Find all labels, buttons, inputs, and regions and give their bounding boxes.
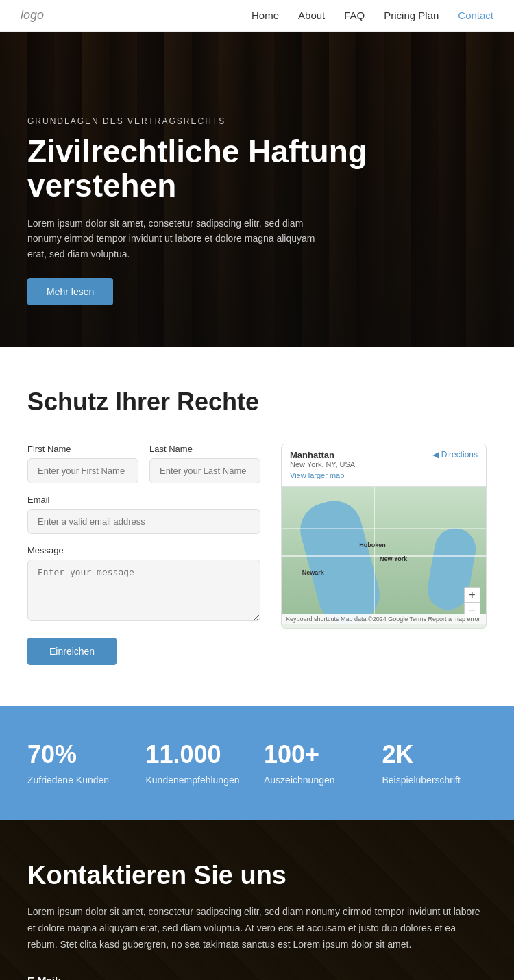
map-header: Manhattan New York, NY, USA View larger … xyxy=(282,444,486,487)
email-group: Email xyxy=(27,494,260,534)
navigation: logo Home About FAQ Pricing Plan Contact xyxy=(0,0,514,32)
message-group: Message xyxy=(27,545,260,621)
map-visual: Newark New York Hoboken + − Keyboard sho… xyxy=(282,487,486,624)
last-name-group: Last Name xyxy=(149,444,260,483)
map-label-hoboken: Hoboken xyxy=(359,542,386,549)
email-row: Email xyxy=(27,494,260,534)
last-name-input[interactable] xyxy=(149,458,260,483)
contact-form-section: Schutz Ihrer Rechte First Name Last Name… xyxy=(0,347,514,706)
hero-content: GRUNDLAGEN DES VERTRAGSRECHTS Zivilrecht… xyxy=(0,116,514,305)
hero-cta-button[interactable]: Mehr lesen xyxy=(27,278,113,305)
first-name-label: First Name xyxy=(27,444,138,454)
hero-subtitle: GRUNDLAGEN DES VERTRAGSRECHTS xyxy=(27,116,487,126)
stat-item-2: 11.000 Kundenempfehlungen xyxy=(146,740,251,786)
contact-section-heading: Schutz Ihrer Rechte xyxy=(27,388,487,416)
navigation-icon: ◀ xyxy=(432,450,439,460)
contact-body: First Name Last Name Email Message xyxy=(27,444,487,665)
stat-number-1: 70% xyxy=(27,740,132,769)
last-name-label: Last Name xyxy=(149,444,260,454)
contact-form: First Name Last Name Email Message xyxy=(27,444,260,665)
email-input[interactable] xyxy=(27,509,260,534)
contact-info-title: Kontaktieren Sie uns xyxy=(27,861,487,890)
map-zoom-in-button[interactable]: + xyxy=(465,588,480,603)
email-label: Email xyxy=(27,494,260,505)
message-label: Message xyxy=(27,545,260,555)
map-road-4 xyxy=(415,487,415,624)
contact-info-section: Kontaktieren Sie uns Lorem ipsum dolor s… xyxy=(0,820,514,980)
stat-number-4: 2K xyxy=(382,740,487,769)
stat-label-4: Beispielüberschrift xyxy=(382,775,487,786)
nav-links: Home About FAQ Pricing Plan Contact xyxy=(252,10,493,21)
map-title: Manhattan xyxy=(290,450,355,460)
form-name-row: First Name Last Name xyxy=(27,444,260,483)
hero-title: Zivilrechtliche Haftung verstehen xyxy=(27,134,487,203)
map-road-3 xyxy=(282,528,486,529)
first-name-group: First Name xyxy=(27,444,138,483)
hero-section: GRUNDLAGEN DES VERTRAGSRECHTS Zivilrecht… xyxy=(0,32,514,347)
stat-label-1: Zufriedene Kunden xyxy=(27,775,132,786)
map-directions-button[interactable]: ◀ Directions xyxy=(432,450,478,460)
message-input[interactable] xyxy=(27,560,260,621)
nav-faq[interactable]: FAQ xyxy=(344,10,365,21)
map-label-newark: Newark xyxy=(302,569,324,576)
map-subtitle: New York, NY, USA xyxy=(290,460,355,468)
first-name-input[interactable] xyxy=(27,458,138,483)
stat-label-3: Auszeichnungen xyxy=(264,775,369,786)
hero-description: Lorem ipsum dolor sit amet, consetetur s… xyxy=(27,216,315,262)
nav-pricing[interactable]: Pricing Plan xyxy=(384,10,439,21)
map-footer: Keyboard shortcuts Map data ©2024 Google… xyxy=(282,614,486,624)
stat-item-3: 100+ Auszeichnungen xyxy=(264,740,369,786)
stat-number-2: 11.000 xyxy=(146,740,251,769)
contact-info-description: Lorem ipsum dolor sit amet, consetetur s… xyxy=(27,904,487,953)
view-larger-map-link[interactable]: View larger map xyxy=(290,471,344,479)
map-label-ny: New York xyxy=(380,555,407,562)
map-container: Manhattan New York, NY, USA View larger … xyxy=(281,444,487,629)
logo: logo xyxy=(21,8,44,23)
stats-section: 70% Zufriedene Kunden 11.000 Kundenempfe… xyxy=(0,706,514,820)
nav-contact[interactable]: Contact xyxy=(458,10,493,21)
map-road-2 xyxy=(374,487,375,624)
email-detail: E-Mail: info@company.com xyxy=(27,975,487,980)
message-row: Message xyxy=(27,545,260,621)
nav-about[interactable]: About xyxy=(298,10,325,21)
nav-home[interactable]: Home xyxy=(252,10,279,21)
stat-item-4: 2K Beispielüberschrift xyxy=(382,740,487,786)
stat-item-1: 70% Zufriedene Kunden xyxy=(27,740,132,786)
submit-button[interactable]: Einreichen xyxy=(27,638,117,665)
stat-label-2: Kundenempfehlungen xyxy=(146,775,251,786)
contact-info-content: Kontaktieren Sie uns Lorem ipsum dolor s… xyxy=(27,861,487,980)
stat-number-3: 100+ xyxy=(264,740,369,769)
email-detail-label: E-Mail: xyxy=(27,975,487,980)
map-water-1 xyxy=(294,494,386,624)
map-info: Manhattan New York, NY, USA View larger … xyxy=(290,450,355,481)
